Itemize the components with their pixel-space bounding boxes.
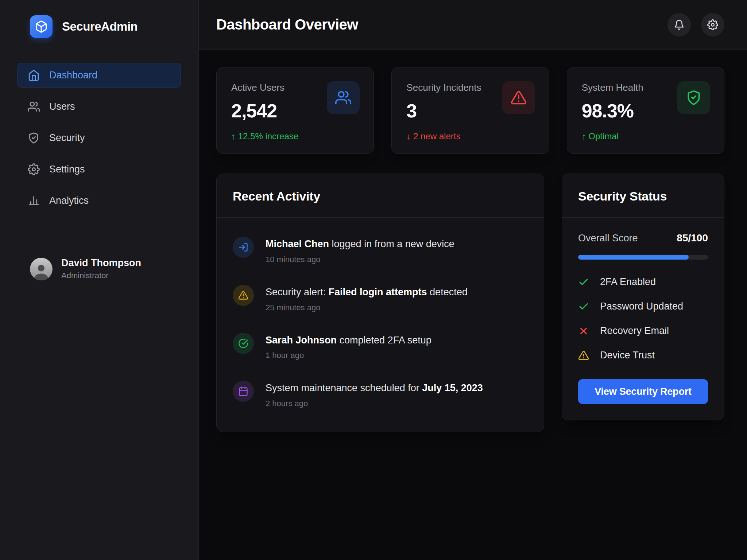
- content: Active Users 2,542 ↑ 12.5% increase Secu…: [199, 50, 747, 560]
- log-in-icon: [233, 237, 254, 258]
- alert-triangle-icon: [502, 81, 535, 114]
- sidebar-item-label: Security: [49, 132, 85, 144]
- app-logo: SecureAdmin: [30, 15, 181, 38]
- cube-logo-icon: [30, 15, 53, 38]
- check-icon: [578, 301, 589, 312]
- sidebar-item-settings[interactable]: Settings: [18, 157, 181, 182]
- stat-card-system-health: System Health 98.3% ↑ Optimal: [567, 67, 724, 154]
- check-label: 2FA Enabled: [600, 276, 656, 288]
- users-icon: [28, 101, 40, 113]
- activity-item: Michael Chen logged in from a new device…: [233, 226, 528, 275]
- stat-trend: ↓ 2 new alerts: [406, 131, 534, 141]
- stat-card-active-users: Active Users 2,542 ↑ 12.5% increase: [216, 67, 374, 154]
- activity-list: Michael Chen logged in from a new device…: [217, 218, 544, 432]
- activity-time: 1 hour ago: [266, 351, 431, 360]
- shield-check-icon: [28, 132, 40, 144]
- activity-body: Security alert: Failed login attempts de…: [266, 285, 468, 312]
- check-row-device-trust: Device Trust: [578, 350, 708, 361]
- activity-body: Michael Chen logged in from a new device…: [266, 237, 454, 264]
- main-area: Dashboard Overview Act: [199, 0, 747, 560]
- sidebar-item-label: Users: [49, 101, 75, 112]
- user-role: Administrator: [61, 271, 141, 280]
- activity-text: Security alert: Failed login attempts de…: [266, 285, 468, 299]
- activity-time: 25 minutes ago: [266, 303, 468, 312]
- activity-item: System maintenance scheduled for July 15…: [233, 370, 528, 419]
- header-actions: [667, 13, 724, 36]
- stat-cards: Active Users 2,542 ↑ 12.5% increase Secu…: [216, 67, 724, 154]
- user-name: David Thompson: [61, 257, 141, 269]
- warning-icon: [578, 350, 589, 361]
- page-header: Dashboard Overview: [199, 0, 747, 50]
- shield-check-icon: [677, 81, 710, 114]
- activity-body: Sarah Johnson completed 2FA setup 1 hour…: [266, 333, 431, 361]
- activity-text: Michael Chen logged in from a new device: [266, 237, 454, 250]
- app-name: SecureAdmin: [62, 20, 138, 34]
- stat-trend: ↑ 12.5% increase: [231, 131, 359, 141]
- sidebar-item-label: Settings: [49, 164, 85, 175]
- score-progress-fill: [578, 255, 689, 260]
- activity-text: System maintenance scheduled for July 15…: [266, 381, 483, 394]
- sidebar-item-users[interactable]: Users: [18, 94, 181, 119]
- check-circle-icon: [233, 333, 254, 354]
- bar-chart-icon: [28, 195, 40, 207]
- recent-activity-card: Recent Activity Michael Chen logged in f…: [216, 174, 544, 432]
- sidebar-nav: Dashboard Users Security Settings: [18, 63, 181, 213]
- overall-score-label: Overall Score: [578, 233, 638, 244]
- user-info: David Thompson Administrator: [61, 257, 141, 280]
- gear-icon: [28, 163, 40, 175]
- check-label: Password Updated: [600, 301, 683, 312]
- sidebar: SecureAdmin Dashboard Users Security: [0, 0, 199, 560]
- activity-time: 2 hours ago: [266, 399, 483, 408]
- score-progress-track: [578, 255, 708, 260]
- sidebar-item-analytics[interactable]: Analytics: [18, 188, 181, 213]
- sidebar-item-label: Analytics: [49, 195, 89, 206]
- user-profile: David Thompson Administrator: [30, 257, 181, 280]
- recent-activity-title: Recent Activity: [217, 174, 544, 218]
- security-status-title: Security Status: [562, 174, 724, 218]
- x-icon: [578, 326, 589, 337]
- activity-item: Security alert: Failed login attempts de…: [233, 275, 528, 323]
- security-check-list: 2FA Enabled Password Updated Recovery Em…: [578, 276, 708, 361]
- users-icon: [327, 81, 360, 114]
- stat-card-security-incidents: Security Incidents 3 ↓ 2 new alerts: [391, 67, 549, 154]
- bell-icon: [674, 19, 685, 30]
- activity-item: Sarah Johnson completed 2FA setup 1 hour…: [233, 323, 528, 371]
- home-icon: [28, 69, 40, 81]
- panels: Recent Activity Michael Chen logged in f…: [216, 174, 724, 432]
- avatar: [30, 258, 53, 280]
- calendar-icon: [233, 381, 254, 402]
- security-status-card: Security Status Overall Score 85/100: [562, 174, 724, 420]
- settings-button[interactable]: [701, 13, 724, 36]
- activity-body: System maintenance scheduled for July 15…: [266, 381, 483, 408]
- security-status-body: Overall Score 85/100 2FA Enabled: [562, 218, 724, 420]
- app-root: SecureAdmin Dashboard Users Security: [0, 0, 747, 560]
- check-icon: [578, 277, 589, 288]
- check-row-recovery-email: Recovery Email: [578, 325, 708, 337]
- stat-trend: ↑ Optimal: [582, 131, 709, 141]
- sidebar-item-label: Dashboard: [49, 70, 97, 81]
- sidebar-item-security[interactable]: Security: [18, 125, 181, 150]
- check-row-password: Password Updated: [578, 301, 708, 312]
- check-row-2fa: 2FA Enabled: [578, 276, 708, 288]
- sidebar-item-dashboard[interactable]: Dashboard: [18, 63, 181, 88]
- gear-icon: [707, 19, 718, 30]
- notifications-button[interactable]: [667, 13, 691, 36]
- view-security-report-button[interactable]: View Security Report: [578, 379, 708, 404]
- overall-score-value: 85/100: [677, 232, 708, 244]
- activity-time: 10 minutes ago: [266, 255, 454, 264]
- overall-score-row: Overall Score 85/100: [578, 232, 708, 244]
- alert-triangle-icon: [233, 285, 254, 306]
- page-title: Dashboard Overview: [216, 16, 358, 33]
- activity-text: Sarah Johnson completed 2FA setup: [266, 333, 431, 347]
- check-label: Recovery Email: [600, 325, 669, 337]
- check-label: Device Trust: [600, 350, 655, 361]
